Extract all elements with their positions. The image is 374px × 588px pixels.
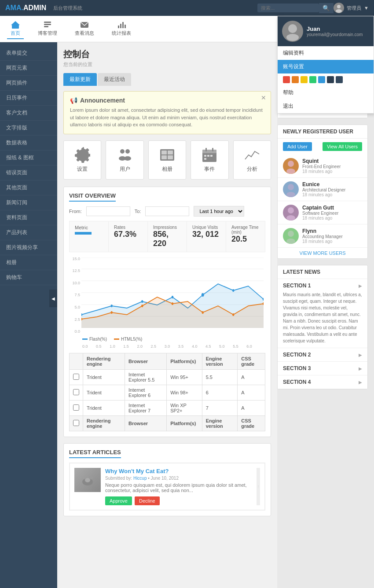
theme-color-blue[interactable] bbox=[318, 76, 325, 83]
dropdown-item-profile[interactable]: 编辑资料 bbox=[278, 46, 374, 60]
nav-link-admin[interactable]: 后台管理系统 bbox=[53, 5, 82, 11]
article-author[interactable]: Hiccup bbox=[133, 476, 147, 481]
news-section-2-header[interactable]: SECTION 2 ▶ bbox=[283, 352, 362, 358]
tab-latest-update[interactable]: 最新更新 bbox=[63, 73, 97, 86]
news-section-3-header[interactable]: SECTION 3 ▶ bbox=[283, 365, 362, 371]
right-panel: TOP RATED SITES LOREMIPSUM.COM Social Ne… bbox=[277, 42, 374, 588]
sidebar-item-6[interactable]: 数据表格 bbox=[0, 136, 57, 151]
chart-legend: Flash(%) HTML5(%) bbox=[69, 337, 265, 342]
col-version: Engine version bbox=[202, 353, 238, 369]
col-css: CSS grade bbox=[238, 353, 265, 369]
nav-home[interactable]: 首页 bbox=[7, 18, 24, 39]
sidebar-item-15[interactable]: 购物车 bbox=[0, 270, 57, 285]
svg-point-65 bbox=[286, 239, 295, 244]
time-filter-select[interactable]: Last 1 hour ago bbox=[194, 206, 244, 217]
nav-posts-label: 博客管理 bbox=[38, 30, 57, 37]
metric-impressions: Impressions 856, 220 bbox=[148, 221, 187, 252]
sidebar-item-7[interactable]: 报纸 & 图框 bbox=[0, 151, 57, 165]
icon-box-settings[interactable]: 设置 bbox=[63, 140, 101, 180]
latest-news-panel: LATEST NEWS SECTION 1 ▶ Mauris mauris an… bbox=[277, 265, 368, 390]
close-announcement-button[interactable]: ✕ bbox=[261, 94, 266, 101]
row-checkbox-1[interactable] bbox=[73, 389, 79, 395]
search-button[interactable]: 🔍 bbox=[319, 3, 334, 13]
article-title[interactable]: Why Won't My Cat Eat? bbox=[105, 468, 252, 474]
news-section-4-header[interactable]: SECTION 4 ▶ bbox=[283, 379, 362, 385]
theme-color-red[interactable] bbox=[283, 76, 290, 83]
article-meta: Submitted by: Hiccup • June 10, 2012 bbox=[105, 476, 252, 481]
svg-point-49 bbox=[111, 311, 113, 314]
theme-color-yellow[interactable] bbox=[301, 76, 308, 83]
decline-button[interactable]: Decline bbox=[135, 496, 160, 505]
dropdown-item-logout[interactable]: 退出 bbox=[278, 99, 374, 113]
nav-stats[interactable]: 统计报表 bbox=[108, 18, 135, 39]
cell-engine-2: Trident bbox=[83, 400, 125, 415]
user-name: 管理员 bbox=[347, 5, 361, 11]
chart-x-labels: 0.00.51.01.52.02.53.03.54.04.55.05.56.0 bbox=[69, 344, 265, 349]
sidebar-item-9[interactable]: 其他页面 bbox=[0, 180, 57, 195]
view-more-users-button[interactable]: VIEW MORE USERS bbox=[278, 248, 367, 258]
svg-point-0 bbox=[337, 5, 341, 8]
theme-color-green[interactable] bbox=[309, 76, 316, 83]
page-title: 控制台 bbox=[63, 48, 271, 60]
dropdown-item-account[interactable]: 账号设置 bbox=[278, 60, 374, 74]
from-date-input[interactable] bbox=[86, 206, 130, 216]
nav-posts[interactable]: 博客管理 bbox=[34, 18, 61, 39]
announcement: ✕ 📢 Announcement Lorem ipsum dolor sit a… bbox=[63, 91, 271, 134]
search-input[interactable] bbox=[257, 4, 319, 12]
article-img-inner bbox=[74, 468, 101, 492]
icon-box-analysis[interactable]: 分析 bbox=[233, 140, 271, 180]
svg-point-53 bbox=[232, 313, 234, 316]
sidebar-item-8[interactable]: 错误页面 bbox=[0, 165, 57, 180]
news-chevron-4-icon: ▶ bbox=[359, 380, 362, 385]
dropdown-item-help[interactable]: 帮助 bbox=[278, 86, 374, 99]
from-label: From: bbox=[69, 209, 82, 214]
sidebar-item-1[interactable]: 网页元素 bbox=[0, 61, 57, 76]
sidebar-item-2[interactable]: 网页插件 bbox=[0, 76, 57, 91]
theme-color-orange[interactable] bbox=[292, 76, 299, 83]
sidebar-toggle[interactable]: ◀ bbox=[49, 290, 57, 307]
dropdown-header: Juan youremail@yourdomain.com bbox=[278, 16, 374, 46]
svg-point-64 bbox=[288, 231, 294, 237]
dropdown-avatar bbox=[282, 21, 303, 42]
sidebar-item-5[interactable]: 文字排版 bbox=[0, 121, 57, 136]
sidebar-item-13[interactable]: 图片视频分享 bbox=[0, 240, 57, 255]
user-area[interactable]: 管理员 ▼ bbox=[334, 3, 369, 13]
add-user-button[interactable]: Add User bbox=[283, 142, 312, 151]
sidebar-item-3[interactable]: 日历事件 bbox=[0, 91, 57, 106]
scroll-handle[interactable]: ⋮ bbox=[257, 468, 260, 505]
nav-stats-label: 统计报表 bbox=[112, 30, 131, 37]
user-time-0: 18 minutes ago bbox=[302, 169, 341, 174]
to-date-input[interactable] bbox=[145, 206, 189, 216]
cell-version-2: 7 bbox=[202, 400, 238, 415]
sidebar-item-10[interactable]: 新闻订阅 bbox=[0, 195, 57, 210]
sidebar-item-14[interactable]: 相册 bbox=[0, 255, 57, 270]
row-checkbox-3[interactable] bbox=[73, 420, 79, 426]
icon-box-album[interactable]: 相册 bbox=[148, 140, 186, 180]
news-section-1-header[interactable]: SECTION 1 ▶ bbox=[283, 283, 362, 289]
cell-engine-3: Rendering engine bbox=[83, 415, 125, 431]
icon-box-events[interactable]: 事件 bbox=[191, 140, 228, 180]
sidebar-item-0[interactable]: 表单提交 bbox=[0, 46, 57, 61]
user-info-1: Eunice Architectural Designer 18 minutes… bbox=[302, 181, 345, 197]
row-checkbox-0[interactable] bbox=[73, 374, 79, 380]
nav-messages[interactable]: 查看消息 bbox=[71, 18, 98, 39]
row-checkbox-2[interactable] bbox=[73, 404, 79, 411]
sidebar-item-11[interactable]: 资料页面 bbox=[0, 210, 57, 225]
new-user-item-3: Flynn Accounting Manager 18 minutes ago bbox=[278, 224, 367, 248]
svg-point-59 bbox=[286, 169, 295, 174]
theme-color-dark[interactable] bbox=[327, 76, 334, 83]
svg-point-15 bbox=[120, 149, 125, 154]
user-dropdown: Juan youremail@yourdomain.com 编辑资料 账号设置 … bbox=[277, 16, 374, 114]
view-all-users-button[interactable]: View All Users bbox=[323, 142, 362, 151]
theme-color-gray[interactable] bbox=[336, 76, 343, 83]
user-name-1: Eunice bbox=[302, 181, 345, 187]
tab-recent-activity[interactable]: 最近活动 bbox=[98, 73, 131, 86]
sidebar-item-4[interactable]: 客户文档 bbox=[0, 106, 57, 121]
sidebar-item-12[interactable]: 产品列表 bbox=[0, 225, 57, 240]
approve-button[interactable]: Approve bbox=[105, 496, 132, 505]
latest-news-title: LATEST NEWS bbox=[278, 265, 367, 279]
col-browser: Browser bbox=[125, 353, 167, 369]
nav-messages-label: 查看消息 bbox=[75, 30, 94, 37]
user-info-0: Squint Front-End Engineer 18 minutes ago bbox=[302, 158, 341, 174]
icon-box-users[interactable]: 用户 bbox=[106, 140, 143, 180]
